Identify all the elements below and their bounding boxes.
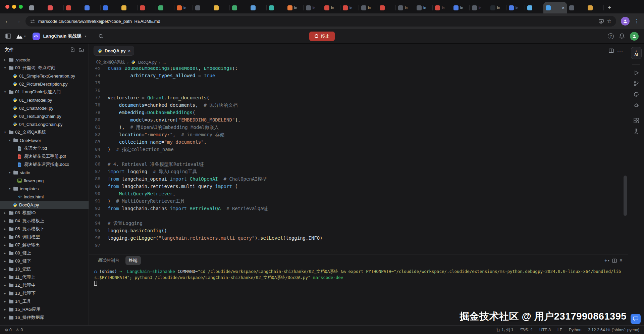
editor-tab-docqa[interactable]: DocQA.py × <box>94 46 134 56</box>
minimize-window-icon[interactable] <box>12 5 16 9</box>
code-editor[interactable]: 45class DoubaoEmbeddings(BaseModel, Embe… <box>89 67 628 254</box>
tree-file[interactable]: DocQA.py <box>0 201 89 209</box>
browser-tab[interactable] <box>567 2 585 13</box>
bookmark-star-icon[interactable]: ☆ <box>607 18 611 24</box>
errors-count[interactable]: ⊗0 <box>5 328 12 332</box>
breadcrumb[interactable]: 02_文档QA系统›DocQA.py›... <box>89 58 628 67</box>
browser-tab-active[interactable]: × <box>543 2 567 13</box>
browser-tab[interactable]: ic <box>359 2 377 13</box>
new-file-icon[interactable] <box>70 47 75 52</box>
browser-menu-icon[interactable]: ⋮ <box>634 18 639 24</box>
split-terminal-icon[interactable] <box>612 258 617 263</box>
browser-tab[interactable] <box>211 2 230 13</box>
browser-tab[interactable] <box>64 2 82 13</box>
eol[interactable]: LF <box>557 328 562 332</box>
feedback-chat-icon[interactable] <box>631 314 641 324</box>
tree-folder[interactable]: ▸10_记忆 <box>0 265 89 273</box>
tree-file[interactable]: 01_SimpleTextGeneration.py <box>0 72 89 80</box>
breadcrumb-item[interactable]: 02_文档QA系统 <box>96 59 125 65</box>
browser-tab[interactable]: ic <box>340 2 359 13</box>
breadcrumb-item[interactable]: ... <box>162 60 166 65</box>
tab-close-icon[interactable]: × <box>128 49 131 53</box>
browser-tab[interactable] <box>193 2 211 13</box>
tree-file[interactable]: 04_ChatLongChain.py <box>0 120 89 128</box>
copilot-icon[interactable] <box>634 92 639 97</box>
tree-folder[interactable]: ▸11_代理上 <box>0 273 89 281</box>
site-settings-icon[interactable] <box>30 19 35 23</box>
collapse-folders-icon[interactable] <box>79 48 84 52</box>
notifications-bell-icon[interactable] <box>619 33 625 39</box>
tree-folder[interactable]: ▾static <box>0 169 89 177</box>
new-terminal-icon[interactable]: +▾ <box>604 258 609 263</box>
source-control-icon[interactable] <box>634 81 639 86</box>
more-actions-icon[interactable]: ··· <box>617 48 623 54</box>
python-interpreter[interactable]: 3.12.2 64-bit ('shims': pyenv) <box>588 328 639 332</box>
tree-folder[interactable]: ▾templates <box>0 185 89 193</box>
marscode-logo[interactable]: ▾ <box>16 34 26 39</box>
browser-tab[interactable] <box>138 2 156 13</box>
tree-folder[interactable]: ▸.vscode <box>0 56 89 64</box>
tab-terminal[interactable]: 终端 <box>125 256 141 265</box>
browser-tab[interactable] <box>101 2 119 13</box>
run-icon[interactable] <box>634 70 639 76</box>
stop-button[interactable]: 停止 <box>309 32 335 41</box>
ai-assistant-icon[interactable]: ✦ AI <box>631 47 642 59</box>
tree-folder[interactable]: ▾02_文档QA系统 <box>0 128 89 136</box>
tree-file[interactable]: 易速鲜花运营指南.docx <box>0 160 89 169</box>
url-input[interactable]: marscode.cn/course/5w3rl9e9xejpek?code_p… <box>25 16 616 27</box>
tree-folder[interactable]: ▸09_链下 <box>0 257 89 265</box>
tree-folder[interactable]: ▾OneFlower <box>0 136 89 144</box>
editor-scrollbar[interactable] <box>624 67 627 254</box>
browser-tab[interactable] <box>82 2 101 13</box>
tree-folder[interactable]: ▸03_模型IO <box>0 209 89 217</box>
browser-tab[interactable] <box>585 2 604 13</box>
maximize-window-icon[interactable] <box>19 5 23 9</box>
browser-tab[interactable] <box>248 2 267 13</box>
chevron-down-icon[interactable]: ▾ <box>85 35 87 38</box>
indentation[interactable]: 空格: 4 <box>520 327 533 333</box>
tab-close-icon[interactable]: × <box>562 6 565 10</box>
tree-folder[interactable]: ▸15_RAG应用 <box>0 305 89 314</box>
browser-tab[interactable]: ic <box>506 2 525 13</box>
toggle-panel-layout-icon[interactable] <box>5 34 11 39</box>
tree-folder[interactable]: ▸04_提示模板上 <box>0 217 89 225</box>
workspace-title[interactable]: LangChain 实战课 <box>43 33 82 39</box>
tree-folder[interactable]: ▸13_代理下 <box>0 289 89 297</box>
close-panel-icon[interactable]: × <box>620 257 623 264</box>
help-icon[interactable]: ? <box>608 33 614 39</box>
browser-tab[interactable] <box>119 2 138 13</box>
tree-file[interactable]: 花语大全.txt <box>0 144 89 152</box>
problems-indicator[interactable]: ⊗0⚠0 <box>5 328 23 332</box>
tree-folder[interactable]: ▸07_解析输出 <box>0 241 89 249</box>
tree-file[interactable]: flower.png <box>0 177 89 185</box>
tab-debug-console[interactable]: 调试控制台 <box>94 256 123 265</box>
tree-folder[interactable]: ▸05_提示模板下 <box>0 225 89 233</box>
browser-tab[interactable]: ic <box>396 2 414 13</box>
browser-tab[interactable]: ic <box>285 2 304 13</box>
browser-tab[interactable]: ic <box>322 2 340 13</box>
browser-tab[interactable]: ic <box>488 2 506 13</box>
split-editor-icon[interactable] <box>609 48 614 53</box>
cursor-position[interactable]: 行 1, 列 1 <box>496 327 514 333</box>
scrollbar-thumb[interactable] <box>624 176 627 216</box>
close-window-icon[interactable] <box>5 5 9 9</box>
tree-file[interactable]: 03_TextLangChain.py <box>0 112 89 120</box>
browser-tab[interactable] <box>45 2 64 13</box>
forward-icon[interactable]: → <box>15 18 21 25</box>
browser-tab[interactable] <box>525 2 543 13</box>
browser-tab[interactable]: ic <box>451 2 470 13</box>
test-beaker-icon[interactable] <box>634 129 639 134</box>
browser-profile-avatar[interactable] <box>621 17 630 26</box>
window-controls[interactable] <box>3 0 27 13</box>
install-app-icon[interactable] <box>599 19 604 23</box>
user-avatar[interactable] <box>630 32 639 41</box>
browser-tab[interactable] <box>230 2 248 13</box>
browser-tab[interactable]: ic <box>174 2 193 13</box>
tree-folder[interactable]: ▸16_操作数据库 <box>0 314 89 322</box>
browser-tab[interactable] <box>156 2 174 13</box>
search-icon[interactable] <box>98 34 104 39</box>
extensions-icon[interactable] <box>634 118 639 123</box>
tree-file[interactable]: 02_ChatModel.py <box>0 104 89 112</box>
tree-file[interactable]: 01_TextModel.py <box>0 96 89 104</box>
tree-folder[interactable]: ▸14_工具 <box>0 297 89 305</box>
